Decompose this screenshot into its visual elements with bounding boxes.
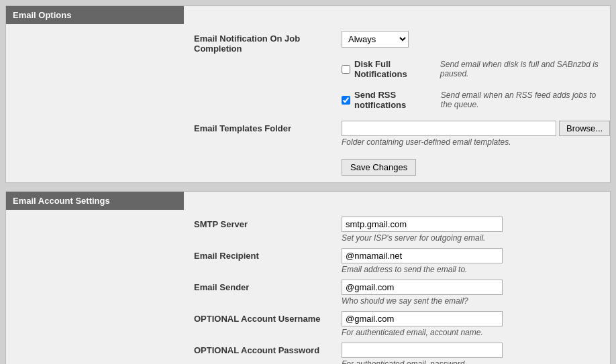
- optional-username-label: OPTIONAL Account Username: [194, 311, 342, 324]
- email-sender-hint: Who should we say sent the email?: [342, 296, 603, 306]
- templates-folder-input[interactable]: [342, 121, 556, 136]
- email-folder-wrap: Browse...: [342, 121, 610, 136]
- disk-full-row: Disk Full Notifications Send email when …: [194, 59, 603, 84]
- disk-full-label-spacer: [194, 59, 342, 62]
- email-options-section: Email Options Email Notification On Job …: [5, 5, 611, 183]
- options-save-button[interactable]: Save Changes: [342, 159, 416, 176]
- email-sender-input[interactable]: [342, 280, 503, 295]
- optional-username-control: For authenticated email, account name.: [342, 311, 603, 337]
- optional-password-hint: For authenticated email, password.: [342, 359, 603, 364]
- smtp-server-row: SMTP Server Set your ISP's server for ou…: [194, 217, 603, 243]
- send-rss-checkbox-row: Send RSS notifications Send email when a…: [342, 90, 603, 110]
- disk-full-label: Disk Full Notifications: [354, 59, 433, 79]
- notification-label: Email Notification On Job Completion: [194, 31, 342, 54]
- browse-button[interactable]: Browse...: [559, 121, 610, 136]
- optional-password-input[interactable]: [342, 343, 503, 358]
- notification-row: Email Notification On Job Completion Alw…: [194, 31, 603, 54]
- notification-control: Always Never On Error: [342, 31, 603, 48]
- options-save-row: Save Changes: [194, 152, 603, 176]
- optional-username-hint: For authenticated email, account name.: [342, 328, 603, 337]
- email-account-section: Email Account Settings SMTP Server Set y…: [5, 191, 611, 364]
- email-account-body: SMTP Server Set your ISP's server for ou…: [6, 210, 610, 364]
- email-account-header: Email Account Settings: [6, 192, 184, 210]
- optional-password-row: OPTIONAL Account Password For authentica…: [194, 343, 603, 364]
- disk-full-control: Disk Full Notifications Send email when …: [342, 59, 603, 84]
- templates-folder-hint: Folder containing user-defined email tem…: [342, 137, 610, 147]
- smtp-server-input[interactable]: [342, 217, 503, 232]
- send-rss-hint: Send email when an RSS feed adds jobs to…: [441, 90, 603, 109]
- email-sender-row: Email Sender Who should we say sent the …: [194, 280, 603, 306]
- send-rss-control: Send RSS notifications Send email when a…: [342, 90, 603, 115]
- send-rss-label: Send RSS notifications: [354, 90, 434, 110]
- email-options-body: Email Notification On Job Completion Alw…: [6, 24, 610, 182]
- optional-username-row: OPTIONAL Account Username For authentica…: [194, 311, 603, 337]
- templates-folder-control: Browse... Folder containing user-defined…: [342, 121, 610, 147]
- email-recipient-input[interactable]: [342, 248, 503, 263]
- email-options-header: Email Options: [6, 6, 184, 24]
- email-recipient-label: Email Recipient: [194, 248, 342, 261]
- send-rss-row: Send RSS notifications Send email when a…: [194, 90, 603, 115]
- send-rss-label-spacer: [194, 90, 342, 93]
- optional-password-control: For authenticated email, password.: [342, 343, 603, 364]
- email-sender-control: Who should we say sent the email?: [342, 280, 603, 306]
- disk-full-checkbox[interactable]: [342, 65, 350, 74]
- email-recipient-row: Email Recipient Email address to send th…: [194, 248, 603, 274]
- smtp-server-control: Set your ISP's server for outgoing email…: [342, 217, 603, 243]
- optional-password-label: OPTIONAL Account Password: [194, 343, 342, 355]
- email-recipient-control: Email address to send the email to.: [342, 248, 603, 274]
- notification-select[interactable]: Always Never On Error: [342, 31, 409, 48]
- templates-folder-row: Email Templates Folder Browse... Folder …: [194, 121, 603, 147]
- smtp-server-label: SMTP Server: [194, 217, 342, 229]
- disk-full-checkbox-row: Disk Full Notifications Send email when …: [342, 59, 603, 79]
- page-container: Email Options Email Notification On Job …: [0, 0, 616, 364]
- smtp-server-hint: Set your ISP's server for outgoing email…: [342, 233, 603, 243]
- send-rss-checkbox[interactable]: [342, 96, 350, 105]
- templates-folder-label: Email Templates Folder: [194, 121, 342, 133]
- email-sender-label: Email Sender: [194, 280, 342, 292]
- disk-full-hint: Send email when disk is full and SABnzbd…: [440, 60, 603, 78]
- optional-username-input[interactable]: [342, 311, 503, 326]
- email-recipient-hint: Email address to send the email to.: [342, 265, 603, 274]
